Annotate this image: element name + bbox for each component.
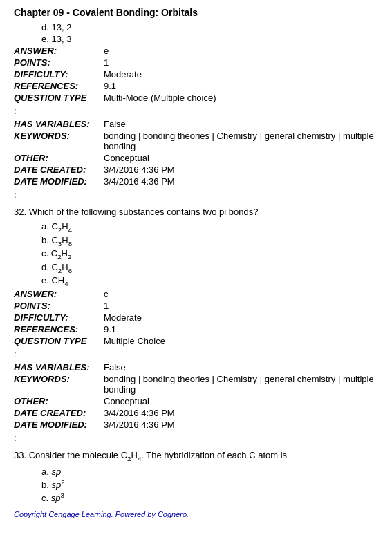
prev-difficulty-value: Moderate	[104, 69, 378, 79]
q33-option-b-letter: b.	[41, 480, 49, 490]
q32-option-d-letter: d.	[41, 262, 49, 272]
q32-difficulty-row: DIFFICULTY: Moderate	[14, 312, 378, 323]
prev-hasvars-row: HAS VARIABLES: False	[14, 119, 378, 129]
prev-datemodified-row: DATE MODIFIED: 3/4/2016 4:36 PM	[14, 176, 378, 187]
q33-option-b: b. sp2	[41, 478, 378, 490]
q32-references-value: 9.1	[104, 324, 378, 335]
prev-option-d: d. 13, 2	[41, 22, 378, 32]
prev-qtype-value: Multi-Mode (Multiple choice)	[104, 93, 378, 103]
prev-answer-value: e	[104, 46, 378, 56]
q32-datecreated-row: DATE CREATED: 3/4/2016 4:36 PM	[14, 408, 378, 418]
q32-qtype-label: QUESTION TYPE	[14, 336, 104, 346]
prev-keywords-row: KEYWORDS: bonding | bonding theories | C…	[14, 131, 378, 151]
prev-hasvars-label: HAS VARIABLES:	[14, 119, 104, 129]
q32-other-row: OTHER: Conceptual	[14, 396, 378, 406]
prev-points-label: POINTS:	[14, 57, 104, 68]
prev-other-value: Conceptual	[104, 153, 378, 163]
prev-points-value: 1	[104, 57, 378, 68]
q32-references-row: REFERENCES: 9.1	[14, 324, 378, 335]
q33-text: 33. Consider the molecule C2H4. The hybr…	[14, 450, 378, 462]
prev-datecreated-label: DATE CREATED:	[14, 164, 104, 175]
prev-qtype-label: QUESTION TYPE	[14, 93, 104, 103]
q32-points-row: POINTS: 1	[14, 301, 378, 311]
q32-option-b: b. C3H8	[41, 235, 378, 247]
copyright: Copyright Cengage Learning. Powered by C…	[14, 510, 378, 518]
q33-option-a-letter: a.	[41, 467, 49, 477]
q32-datecreated-label: DATE CREATED:	[14, 408, 104, 418]
q32-datecreated-value: 3/4/2016 4:36 PM	[104, 408, 378, 418]
prev-datecreated-value: 3/4/2016 4:36 PM	[104, 164, 378, 175]
q32-other-label: OTHER:	[14, 396, 104, 406]
q32-option-a: a. C2H4	[41, 221, 378, 234]
q32-keywords-label: KEYWORDS:	[14, 374, 104, 395]
q32-option-d: d. C2H6	[41, 262, 378, 274]
q32-keywords-value: bonding | bonding theories | Chemistry |…	[104, 374, 378, 395]
q32-answer-value: c	[104, 289, 378, 299]
q33-option-c: c. sp3	[41, 491, 378, 503]
prev-points-row: POINTS: 1	[14, 57, 378, 68]
q32-option-e-letter: e.	[41, 275, 49, 285]
q32-points-value: 1	[104, 301, 378, 311]
prev-option-e: e. 13, 3	[41, 34, 378, 44]
prev-qtype-row: QUESTION TYPE Multi-Mode (Multiple choic…	[14, 93, 378, 103]
q32-option-c-letter: c.	[41, 248, 48, 258]
prev-datecreated-row: DATE CREATED: 3/4/2016 4:36 PM	[14, 164, 378, 175]
q32-keywords-row: KEYWORDS: bonding | bonding theories | C…	[14, 374, 378, 395]
prev-references-value: 9.1	[104, 81, 378, 91]
q32-answer-row: ANSWER: c	[14, 289, 378, 299]
prev-separator2: :	[14, 189, 378, 200]
q32-qtype-value: Multiple Choice	[104, 336, 378, 346]
q33-number: 33.	[14, 450, 26, 460]
q32-option-a-letter: a.	[41, 221, 49, 232]
q32-difficulty-label: DIFFICULTY:	[14, 312, 104, 323]
q32-separator2: :	[14, 433, 378, 443]
prev-hasvars-value: False	[104, 119, 378, 129]
prev-option-e-letter: e.	[41, 34, 49, 44]
q32-answer-label: ANSWER:	[14, 289, 104, 299]
prev-other-row: OTHER: Conceptual	[14, 153, 378, 163]
q32-hasvars-label: HAS VARIABLES:	[14, 362, 104, 373]
prev-difficulty-label: DIFFICULTY:	[14, 69, 104, 79]
prev-references-row: REFERENCES: 9.1	[14, 81, 378, 91]
q32-option-c: c. C2H2	[41, 248, 378, 261]
prev-datemodified-value: 3/4/2016 4:36 PM	[104, 176, 378, 187]
prev-keywords-label: KEYWORDS:	[14, 131, 104, 151]
q32-other-value: Conceptual	[104, 396, 378, 406]
q32-references-label: REFERENCES:	[14, 324, 104, 335]
q33-option-c-letter: c.	[41, 493, 48, 503]
prev-difficulty-row: DIFFICULTY: Moderate	[14, 69, 378, 79]
prev-keywords-value: bonding | bonding theories | Chemistry |…	[104, 131, 378, 151]
q32-hasvars-row: HAS VARIABLES: False	[14, 362, 378, 373]
q32-option-b-letter: b.	[41, 235, 49, 245]
prev-separator1: :	[14, 106, 378, 116]
q32-hasvars-value: False	[104, 362, 378, 373]
prev-other-label: OTHER:	[14, 153, 104, 163]
q32-datemodified-value: 3/4/2016 4:36 PM	[104, 420, 378, 430]
q32-number: 32.	[14, 207, 26, 217]
prev-references-label: REFERENCES:	[14, 81, 104, 91]
q32-option-e: e. CH4	[41, 275, 378, 288]
q32-points-label: POINTS:	[14, 301, 104, 311]
q32-datemodified-row: DATE MODIFIED: 3/4/2016 4:36 PM	[14, 420, 378, 430]
q32-difficulty-value: Moderate	[104, 312, 378, 323]
q32-separator1: :	[14, 349, 378, 359]
prev-answer-row: ANSWER: e	[14, 46, 378, 56]
prev-answer-label: ANSWER:	[14, 46, 104, 56]
prev-option-d-letter: d.	[41, 22, 49, 32]
chapter-title: Chapter 09 - Covalent Bonding: Orbitals	[14, 7, 378, 18]
q33-option-a: a. sp	[41, 467, 378, 477]
q32-qtype-row: QUESTION TYPE Multiple Choice	[14, 336, 378, 346]
q32-text: 32. Which of the following substances co…	[14, 207, 378, 217]
prev-datemodified-label: DATE MODIFIED:	[14, 176, 104, 187]
q32-datemodified-label: DATE MODIFIED:	[14, 420, 104, 430]
